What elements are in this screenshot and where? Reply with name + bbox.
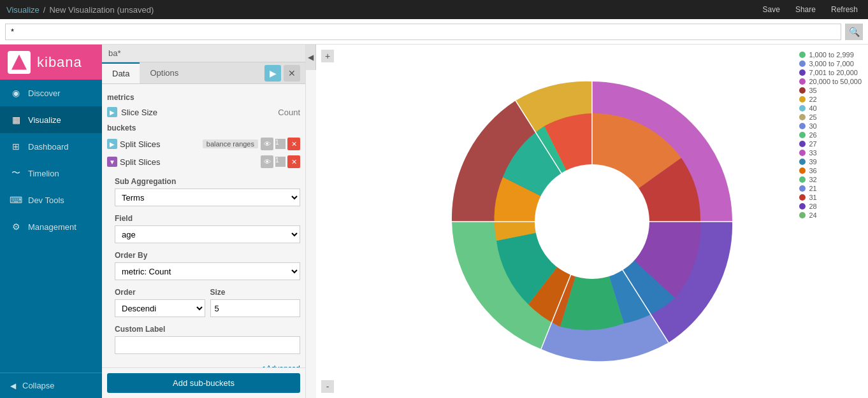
legend-item-13[interactable]: 36 xyxy=(799,167,862,174)
order-select[interactable]: Descendi xyxy=(115,299,205,317)
logo-text: kibana xyxy=(37,54,82,71)
legend-label-8: 30 xyxy=(809,122,816,130)
panel-tabs: Data Options ▶ ✕ xyxy=(102,62,305,84)
legend-dot-18 xyxy=(799,212,806,218)
panel-collapse-arrow[interactable]: ◀ xyxy=(306,45,316,70)
field-select[interactable]: age xyxy=(115,225,300,243)
legend-item-8[interactable]: 30 xyxy=(799,122,862,130)
legend-item-2[interactable]: 7,001 to 20,000 xyxy=(799,69,862,76)
bucket-controls-1: 👁 1 ✕ xyxy=(261,138,300,150)
main-layout: kibana ◉ Discover ▦ Visualize ⊞ Dashboar… xyxy=(0,45,868,398)
legend-dot-5 xyxy=(799,96,806,103)
legend-item-5[interactable]: 22 xyxy=(799,96,862,103)
legend-label-3: 20,000 to 50,000 xyxy=(809,78,862,85)
collapse-button[interactable]: ◀ Collapse xyxy=(0,373,102,398)
legend-label-2: 7,001 to 20,000 xyxy=(809,69,857,76)
legend-item-0[interactable]: 1,000 to 2,999 xyxy=(799,51,862,59)
panel-header: ba* xyxy=(102,45,305,62)
bucket-eye-btn-1[interactable]: 👁 xyxy=(261,138,273,150)
sidebar-item-devtools-label: Dev Tools xyxy=(28,195,64,205)
sidebar-item-devtools[interactable]: ⌨ Dev Tools xyxy=(0,187,102,213)
legend-dot-16 xyxy=(799,194,806,201)
sidebar-item-management[interactable]: ⚙ Management xyxy=(0,213,102,240)
timelion-icon: 〜 xyxy=(10,167,22,179)
sub-aggregation-label: Sub Aggregation xyxy=(115,177,300,186)
legend-dot-3 xyxy=(799,78,806,85)
breadcrumb-visualize-link[interactable]: Visualize xyxy=(6,5,40,15)
legend-item-4[interactable]: 35 xyxy=(799,87,862,94)
sidebar-item-discover[interactable]: ◉ Discover xyxy=(0,80,102,106)
collapse-icon: ◀ xyxy=(10,381,16,390)
order-by-select[interactable]: metric: Count xyxy=(115,262,300,280)
legend-dot-12 xyxy=(799,159,806,165)
refresh-button[interactable]: Refresh xyxy=(827,5,862,14)
chart-area: + - xyxy=(316,45,868,398)
legend-item-18[interactable]: 24 xyxy=(799,211,862,219)
order-size-row: Order Descendi Size xyxy=(107,288,300,317)
sidebar-item-management-label: Management xyxy=(28,222,76,232)
legend-item-16[interactable]: 31 xyxy=(799,194,862,201)
sidebar-nav: kibana ◉ Discover ▦ Visualize ⊞ Dashboar… xyxy=(0,45,102,398)
top-bar-actions: Save Share Refresh xyxy=(759,5,862,14)
legend-label-17: 28 xyxy=(809,203,816,210)
legend-dot-15 xyxy=(799,185,806,192)
panel-footer: Add sub-buckets xyxy=(102,367,305,398)
legend-item-1[interactable]: 3,000 to 7,000 xyxy=(799,60,862,68)
legend-item-17[interactable]: 28 xyxy=(799,203,862,210)
run-button[interactable]: ▶ xyxy=(264,65,281,82)
logo-icon xyxy=(8,51,31,74)
devtools-icon: ⌨ xyxy=(10,194,22,206)
legend-item-7[interactable]: 25 xyxy=(799,113,862,121)
order-label: Order xyxy=(115,288,205,297)
metric-icon: ▶ xyxy=(107,107,117,117)
search-input[interactable] xyxy=(5,24,841,40)
legend-dot-7 xyxy=(799,114,806,120)
zoom-down-button[interactable]: - xyxy=(321,380,334,393)
sidebar-item-visualize[interactable]: ▦ Visualize xyxy=(0,106,102,133)
order-col: Order Descendi xyxy=(115,288,205,317)
legend-item-11[interactable]: 33 xyxy=(799,149,862,157)
size-input[interactable] xyxy=(210,299,301,317)
legend-dot-14 xyxy=(799,176,806,183)
bucket-del-btn-1[interactable]: ✕ xyxy=(287,138,300,150)
tab-options[interactable]: Options xyxy=(140,63,189,83)
sidebar-item-timelion[interactable]: 〜 Timelion xyxy=(0,160,102,187)
legend-label-9: 26 xyxy=(809,131,816,139)
sidebar-item-dashboard[interactable]: ⊞ Dashboard xyxy=(0,133,102,160)
save-button[interactable]: Save xyxy=(759,5,784,14)
share-button[interactable]: Share xyxy=(792,5,820,14)
legend-label-12: 39 xyxy=(809,158,816,166)
sidebar-item-visualize-label: Visualize xyxy=(28,115,61,125)
sub-aggregation-select[interactable]: Terms xyxy=(115,188,300,206)
legend-item-12[interactable]: 39 xyxy=(799,158,862,166)
field-group: Field age xyxy=(107,214,300,243)
bucket-eye-btn-2[interactable]: 👁 xyxy=(261,155,273,168)
discover-icon: ◉ xyxy=(10,87,22,99)
bucket-icon-1: ▶ xyxy=(107,139,117,149)
legend-item-9[interactable]: 26 xyxy=(799,131,862,139)
buckets-section-label: buckets xyxy=(107,120,300,135)
legend-item-15[interactable]: 21 xyxy=(799,185,862,192)
legend-item-14[interactable]: 32 xyxy=(799,176,862,183)
field-label: Field xyxy=(115,214,300,223)
tab-data[interactable]: Data xyxy=(102,62,140,83)
legend-label-16: 31 xyxy=(809,194,816,201)
legend-item-6[interactable]: 40 xyxy=(799,104,862,112)
legend-dot-11 xyxy=(799,150,806,156)
bucket-del-btn-2[interactable]: ✕ xyxy=(287,155,300,168)
advanced-link-container: ◀ Advanced xyxy=(107,362,300,367)
sidebar-item-timelion-label: Timelion xyxy=(28,169,59,178)
legend-label-4: 35 xyxy=(809,87,816,94)
legend-item-10[interactable]: 27 xyxy=(799,140,862,148)
legend-label-14: 32 xyxy=(809,176,816,183)
sidebar-item-dashboard-label: Dashboard xyxy=(28,142,69,152)
custom-label-input[interactable] xyxy=(115,336,300,354)
legend-item-3[interactable]: 20,000 to 50,000 xyxy=(799,78,862,85)
close-panel-button[interactable]: ✕ xyxy=(284,65,300,82)
bucket-num-1: 1 xyxy=(275,139,286,149)
bucket-tag-1: balance ranges xyxy=(203,139,258,148)
add-sub-buckets-button[interactable]: Add sub-buckets xyxy=(107,373,300,393)
search-button[interactable]: 🔍 xyxy=(845,24,863,40)
zoom-up-button[interactable]: + xyxy=(321,50,334,62)
legend-label-5: 22 xyxy=(809,96,816,103)
